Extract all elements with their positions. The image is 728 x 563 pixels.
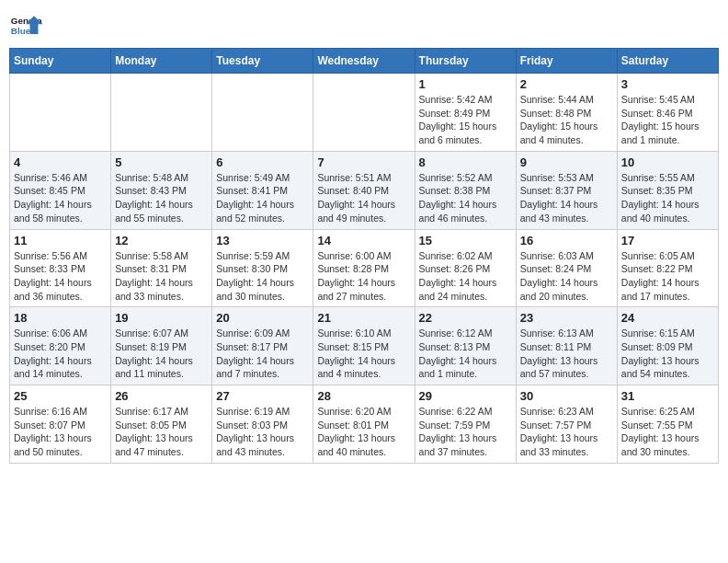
calendar-cell: 26Sunrise: 6:17 AM Sunset: 8:05 PM Dayli… — [111, 385, 212, 464]
day-number: 30 — [520, 389, 613, 403]
day-number: 2 — [520, 77, 613, 91]
day-info: Sunrise: 6:25 AM Sunset: 7:55 PM Dayligh… — [621, 405, 714, 459]
day-info: Sunrise: 5:51 AM Sunset: 8:40 PM Dayligh… — [317, 171, 410, 225]
calendar-cell: 12Sunrise: 5:58 AM Sunset: 8:31 PM Dayli… — [111, 229, 212, 307]
day-number: 22 — [419, 311, 512, 325]
calendar-cell: 2Sunrise: 5:44 AM Sunset: 8:48 PM Daylig… — [516, 74, 617, 152]
day-number: 6 — [216, 155, 309, 169]
day-info: Sunrise: 5:44 AM Sunset: 8:48 PM Dayligh… — [520, 93, 613, 147]
calendar-cell: 7Sunrise: 5:51 AM Sunset: 8:40 PM Daylig… — [313, 151, 415, 229]
day-info: Sunrise: 5:45 AM Sunset: 8:46 PM Dayligh… — [621, 93, 714, 147]
day-number: 31 — [621, 389, 714, 403]
day-number: 20 — [216, 311, 309, 325]
day-number: 28 — [317, 389, 410, 403]
calendar-cell: 22Sunrise: 6:12 AM Sunset: 8:13 PM Dayli… — [415, 307, 516, 385]
calendar-week-3: 11Sunrise: 5:56 AM Sunset: 8:33 PM Dayli… — [10, 229, 719, 307]
day-number: 12 — [115, 234, 208, 247]
day-info: Sunrise: 6:05 AM Sunset: 8:22 PM Dayligh… — [621, 249, 714, 304]
day-info: Sunrise: 5:56 AM Sunset: 8:33 PM Dayligh… — [14, 249, 107, 304]
day-header-saturday: Saturday — [617, 49, 718, 74]
day-number: 10 — [621, 155, 714, 169]
day-info: Sunrise: 6:09 AM Sunset: 8:17 PM Dayligh… — [216, 327, 309, 381]
day-info: Sunrise: 6:07 AM Sunset: 8:19 PM Dayligh… — [115, 327, 208, 381]
day-info: Sunrise: 6:20 AM Sunset: 8:01 PM Dayligh… — [317, 405, 410, 459]
calendar-cell — [111, 74, 212, 152]
calendar-cell: 16Sunrise: 6:03 AM Sunset: 8:24 PM Dayli… — [516, 229, 617, 307]
day-info: Sunrise: 5:55 AM Sunset: 8:35 PM Dayligh… — [621, 171, 714, 225]
calendar-cell: 10Sunrise: 5:55 AM Sunset: 8:35 PM Dayli… — [617, 151, 718, 229]
day-info: Sunrise: 5:59 AM Sunset: 8:30 PM Dayligh… — [216, 249, 309, 304]
calendar-cell: 15Sunrise: 6:02 AM Sunset: 8:26 PM Dayli… — [415, 229, 516, 307]
day-info: Sunrise: 6:00 AM Sunset: 8:28 PM Dayligh… — [317, 249, 410, 304]
day-info: Sunrise: 6:02 AM Sunset: 8:26 PM Dayligh… — [419, 249, 512, 304]
calendar-cell: 3Sunrise: 5:45 AM Sunset: 8:46 PM Daylig… — [617, 74, 718, 152]
day-header-wednesday: Wednesday — [313, 49, 415, 74]
day-number: 26 — [115, 389, 208, 403]
day-info: Sunrise: 5:46 AM Sunset: 8:45 PM Dayligh… — [14, 171, 107, 225]
day-info: Sunrise: 6:15 AM Sunset: 8:09 PM Dayligh… — [621, 327, 714, 381]
day-number: 8 — [419, 155, 512, 169]
svg-text:Blue: Blue — [11, 26, 31, 36]
calendar-cell: 13Sunrise: 5:59 AM Sunset: 8:30 PM Dayli… — [212, 229, 313, 307]
day-number: 9 — [520, 155, 613, 169]
calendar-cell: 23Sunrise: 6:13 AM Sunset: 8:11 PM Dayli… — [516, 307, 617, 385]
calendar-cell: 17Sunrise: 6:05 AM Sunset: 8:22 PM Dayli… — [617, 229, 718, 307]
day-info: Sunrise: 6:06 AM Sunset: 8:20 PM Dayligh… — [14, 327, 107, 381]
calendar-header-row: SundayMondayTuesdayWednesdayThursdayFrid… — [10, 49, 719, 74]
day-number: 1 — [419, 77, 512, 91]
day-number: 3 — [621, 77, 714, 91]
calendar-cell: 11Sunrise: 5:56 AM Sunset: 8:33 PM Dayli… — [10, 229, 111, 307]
day-number: 18 — [14, 311, 107, 325]
calendar-cell: 19Sunrise: 6:07 AM Sunset: 8:19 PM Dayli… — [111, 307, 212, 385]
day-info: Sunrise: 5:42 AM Sunset: 8:49 PM Dayligh… — [419, 93, 512, 147]
day-number: 24 — [621, 311, 714, 325]
calendar-cell: 30Sunrise: 6:23 AM Sunset: 7:57 PM Dayli… — [516, 385, 617, 464]
day-number: 7 — [317, 155, 410, 169]
day-info: Sunrise: 5:53 AM Sunset: 8:37 PM Dayligh… — [520, 171, 613, 225]
day-header-sunday: Sunday — [10, 49, 111, 74]
calendar-week-5: 25Sunrise: 6:16 AM Sunset: 8:07 PM Dayli… — [10, 385, 719, 464]
day-number: 25 — [14, 389, 107, 403]
day-number: 13 — [216, 234, 309, 247]
day-number: 4 — [14, 155, 107, 169]
calendar-cell: 14Sunrise: 6:00 AM Sunset: 8:28 PM Dayli… — [313, 229, 415, 307]
day-info: Sunrise: 5:52 AM Sunset: 8:38 PM Dayligh… — [419, 171, 512, 225]
day-info: Sunrise: 6:17 AM Sunset: 8:05 PM Dayligh… — [115, 405, 208, 459]
calendar-cell: 29Sunrise: 6:22 AM Sunset: 7:59 PM Dayli… — [415, 385, 516, 464]
calendar-cell — [313, 74, 415, 152]
day-info: Sunrise: 6:10 AM Sunset: 8:15 PM Dayligh… — [317, 327, 410, 381]
logo-icon: General Blue — [9, 9, 42, 42]
logo: General Blue — [9, 9, 42, 42]
calendar-cell — [212, 74, 313, 152]
calendar-cell: 5Sunrise: 5:48 AM Sunset: 8:43 PM Daylig… — [111, 151, 212, 229]
day-info: Sunrise: 6:19 AM Sunset: 8:03 PM Dayligh… — [216, 405, 309, 459]
calendar-cell — [10, 74, 111, 152]
day-number: 19 — [115, 311, 208, 325]
calendar-week-2: 4Sunrise: 5:46 AM Sunset: 8:45 PM Daylig… — [10, 151, 719, 229]
calendar-week-1: 1Sunrise: 5:42 AM Sunset: 8:49 PM Daylig… — [10, 74, 719, 152]
day-info: Sunrise: 6:12 AM Sunset: 8:13 PM Dayligh… — [419, 327, 512, 381]
calendar-cell: 24Sunrise: 6:15 AM Sunset: 8:09 PM Dayli… — [617, 307, 718, 385]
day-info: Sunrise: 6:03 AM Sunset: 8:24 PM Dayligh… — [520, 249, 613, 304]
day-number: 17 — [621, 234, 714, 247]
calendar-cell: 31Sunrise: 6:25 AM Sunset: 7:55 PM Dayli… — [617, 385, 718, 464]
calendar-cell: 21Sunrise: 6:10 AM Sunset: 8:15 PM Dayli… — [313, 307, 415, 385]
day-number: 27 — [216, 389, 309, 403]
day-number: 29 — [419, 389, 512, 403]
calendar-cell: 8Sunrise: 5:52 AM Sunset: 8:38 PM Daylig… — [415, 151, 516, 229]
day-number: 16 — [520, 234, 613, 247]
calendar-cell: 9Sunrise: 5:53 AM Sunset: 8:37 PM Daylig… — [516, 151, 617, 229]
day-number: 23 — [520, 311, 613, 325]
day-info: Sunrise: 6:22 AM Sunset: 7:59 PM Dayligh… — [419, 405, 512, 459]
day-number: 15 — [419, 234, 512, 247]
calendar-cell: 4Sunrise: 5:46 AM Sunset: 8:45 PM Daylig… — [10, 151, 111, 229]
calendar-cell: 20Sunrise: 6:09 AM Sunset: 8:17 PM Dayli… — [212, 307, 313, 385]
calendar-week-4: 18Sunrise: 6:06 AM Sunset: 8:20 PM Dayli… — [10, 307, 719, 385]
calendar-cell: 27Sunrise: 6:19 AM Sunset: 8:03 PM Dayli… — [212, 385, 313, 464]
day-number: 21 — [317, 311, 410, 325]
day-header-tuesday: Tuesday — [212, 49, 313, 74]
day-header-monday: Monday — [111, 49, 212, 74]
day-header-thursday: Thursday — [415, 49, 516, 74]
calendar-cell: 18Sunrise: 6:06 AM Sunset: 8:20 PM Dayli… — [10, 307, 111, 385]
day-number: 11 — [14, 234, 107, 247]
